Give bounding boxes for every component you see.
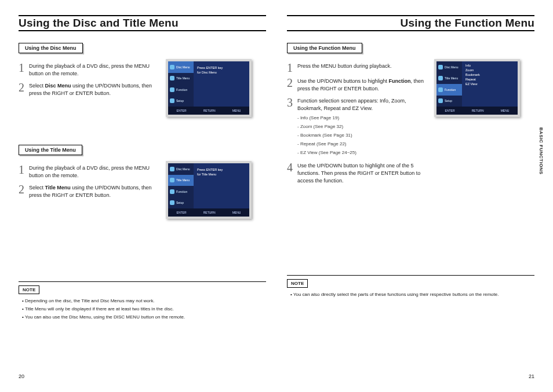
- note-label: NOTE: [19, 285, 39, 294]
- osd-menu-item: Function: [436, 84, 462, 96]
- section-function-menu: 1 Press the MENU button during playback.…: [287, 59, 534, 189]
- osd-menu-item: Disc Menu: [168, 61, 194, 73]
- osd-menu-item: Setup: [436, 96, 462, 107]
- osd-menu-item: Disc Menu: [436, 61, 462, 73]
- osd-menu-item: Function: [168, 186, 194, 197]
- screenshot-title-menu: Disc MenuTitle MenuFunctionSetup Press E…: [166, 161, 252, 219]
- screenshot-disc-menu: Disc MenuTitle MenuFunctionSetup Press E…: [166, 59, 252, 117]
- menu-item-icon: [170, 65, 174, 69]
- header-right: Using the Function Menu: [287, 15, 534, 31]
- section-disc-menu: 1 During the playback of a DVD disc, pre…: [19, 59, 266, 117]
- menu-item-icon: [438, 76, 443, 80]
- step-4: 4 Use the UP/DOWN button to highlight on…: [287, 162, 426, 185]
- section-title-menu: 1 During the playback of a DVD disc, pre…: [19, 161, 266, 219]
- header-left: Using the Disc and Title Menu: [19, 15, 266, 31]
- section-label-function-menu: Using the Function Menu: [287, 43, 362, 53]
- page-title: Using the Disc and Title Menu: [19, 17, 266, 30]
- menu-item-icon: [170, 178, 174, 182]
- page-left: Using the Disc and Title Menu Using the …: [0, 0, 276, 392]
- step-1: 1 Press the MENU button during playback.: [287, 63, 426, 73]
- note-block: NOTE You can also directly select the pa…: [287, 275, 534, 298]
- step-2: 2 Use the UP/DOWN buttons to highlight F…: [287, 78, 426, 93]
- osd-menu-item: Title Menu: [168, 175, 194, 186]
- page-title: Using the Function Menu: [287, 17, 534, 30]
- menu-item-icon: [438, 65, 443, 69]
- section-label-disc-menu: Using the Disc Menu: [19, 43, 83, 53]
- note-list: Depending on the disc, the Title and Dis…: [22, 298, 266, 321]
- section-label-title-menu: Using the Title Menu: [19, 145, 82, 155]
- menu-item-icon: [170, 189, 174, 194]
- menu-item-icon: [170, 76, 174, 80]
- page-right: Using the Function Menu Using the Functi…: [276, 0, 553, 392]
- osd-menu-item: Title Menu: [436, 73, 462, 85]
- page-number: 21: [529, 373, 534, 379]
- menu-item-icon: [438, 98, 443, 103]
- osd-menu-item: Setup: [168, 197, 194, 209]
- step-3: 3 Function selection screen appears: Inf…: [287, 97, 426, 157]
- function-sublist: Info (See Page 19) Zoom (See Page 32) Bo…: [297, 114, 426, 156]
- note-block: NOTE Depending on the disc, the Title an…: [19, 281, 266, 321]
- page-number: 20: [19, 373, 24, 379]
- step-1: 1 During the playback of a DVD disc, pre…: [19, 164, 158, 179]
- step-2: 2 Select Disc Menu using the UP/DOWN but…: [19, 82, 158, 97]
- step-2: 2 Select Title Menu using the UP/DOWN bu…: [19, 184, 158, 199]
- step-1: 1 During the playback of a DVD disc, pre…: [19, 63, 158, 78]
- note-list: You can also directly select the parts o…: [290, 291, 534, 298]
- menu-item-icon: [170, 98, 174, 103]
- note-label: NOTE: [287, 279, 308, 288]
- osd-menu-item: Title Menu: [168, 73, 194, 85]
- menu-item-icon: [170, 87, 174, 92]
- screenshot-function-menu: Disc MenuTitle MenuFunctionSetup Info Zo…: [434, 59, 520, 117]
- menu-item-icon: [170, 167, 174, 171]
- menu-item-icon: [170, 200, 174, 205]
- osd-menu-item: Function: [168, 84, 194, 96]
- osd-menu-item: Disc Menu: [168, 163, 194, 175]
- osd-menu-item: Setup: [168, 96, 194, 107]
- side-tab: BASIC FUNCTIONS: [539, 127, 544, 174]
- menu-item-icon: [438, 87, 443, 92]
